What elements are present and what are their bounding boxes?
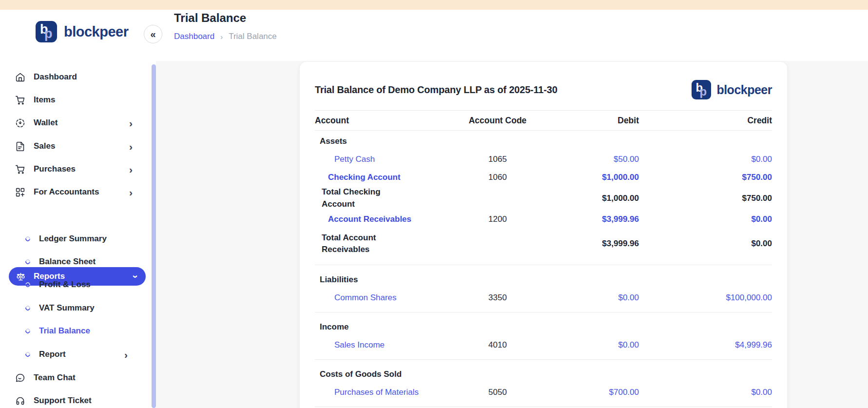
account-link[interactable]: Sales Income [315, 340, 456, 350]
bullet-icon [24, 235, 31, 242]
debit-value: $0.00 [539, 340, 639, 350]
section-label: Liabilities [315, 275, 456, 285]
home-icon [15, 72, 25, 82]
chevron-right-icon: › [129, 118, 133, 128]
subtotal-row-checking-account: Total Checking Account $1,000.00 $750.00 [315, 186, 772, 210]
grid-plus-icon [15, 187, 25, 197]
sidebar-item-label: Wallet [34, 118, 58, 128]
sidebar-item-items[interactable]: Items [0, 90, 146, 110]
sidebar-item-label: Team Chat [34, 373, 76, 383]
divider [315, 407, 772, 407]
account-code: 1060 [456, 173, 539, 182]
sidebar-item-sales[interactable]: Sales › [0, 136, 146, 156]
account-row-checking-account: Checking Account 1060 $1,000.00 $750.00 [315, 168, 772, 186]
divider [315, 312, 772, 312]
account-code: 1065 [456, 155, 539, 164]
sidebar-item-trial-balance[interactable]: Trial Balance [0, 321, 146, 341]
sidebar-subitem-label: Report [39, 350, 66, 359]
account-link[interactable]: Checking Account [315, 173, 456, 182]
bullet-icon [24, 328, 31, 334]
trial-balance-card: Trial Balance of Demo Company LLP as of … [300, 62, 787, 408]
sidebar-item-label: For Accountants [34, 187, 99, 197]
logo-letter-p: p [44, 26, 53, 41]
sidebar-item-balance-sheet[interactable]: Balance Sheet [0, 252, 146, 272]
sidebar-item-wallet[interactable]: Wallet › [0, 113, 146, 133]
table-body: Assets Petty Cash 1065 $50.00 $0.00 Chec… [315, 131, 772, 408]
sidebar-item-for-accountants[interactable]: For Accountants › [0, 182, 146, 202]
report-title: Trial Balance of Demo Company LLP as of … [315, 84, 558, 96]
sidebar-subitem-label: Balance Sheet [39, 257, 96, 267]
sidebar-item-team-chat[interactable]: Team Chat [0, 368, 146, 388]
subtotal-label: Total Checking Account [315, 186, 400, 210]
account-code: 1200 [456, 214, 539, 224]
cart-icon [15, 164, 25, 175]
debit-value: $1,000.00 [539, 194, 639, 203]
report-logo: b p blockpeer [692, 80, 772, 99]
sidebar-item-ledger-summary[interactable]: Ledger Summary [0, 229, 146, 249]
section-row-costs-of-goods-sold: Costs of Goods Sold [315, 365, 772, 383]
brand-wordmark: blockpeer [64, 24, 129, 40]
account-row-common-shares: Common Shares 3350 $0.00 $100,000.00 [315, 289, 772, 307]
sidebar-subitem-label: VAT Summary [39, 303, 95, 313]
credit-value: $100,000.00 [639, 293, 772, 303]
chevron-right-icon: › [129, 187, 133, 197]
app-logo[interactable]: b p blockpeer [36, 21, 129, 42]
account-row-petty-cash: Petty Cash 1065 $50.00 $0.00 [315, 150, 772, 168]
debit-value: $3,999.96 [539, 239, 639, 249]
breadcrumb-separator-icon: › [220, 33, 223, 41]
account-link[interactable]: Purchases of Materials [315, 388, 456, 397]
brand-wordmark: blockpeer [716, 83, 772, 97]
column-header-credit: Credit [639, 116, 772, 126]
logo-letter-p: p [699, 85, 707, 98]
section-row-assets: Assets [315, 132, 772, 150]
sidebar-collapse-button[interactable]: « [144, 25, 162, 43]
divider [315, 359, 772, 360]
sidebar-item-label: Support Ticket [34, 396, 92, 406]
page-title: Trial Balance [174, 11, 246, 25]
divider [315, 265, 772, 265]
blockpeer-logo-icon: b p [36, 21, 57, 42]
account-row-purchases-of-materials: Purchases of Materials 5050 $700.00 $0.0… [315, 383, 772, 401]
sidebar-item-vat-summary[interactable]: VAT Summary [0, 298, 146, 318]
sidebar-item-support-ticket[interactable]: Support Ticket [0, 391, 146, 408]
credit-value: $0.00 [639, 155, 772, 164]
table-header-row: Account Account Code Debit Credit [315, 110, 772, 131]
account-link[interactable]: Account Receivables [315, 214, 456, 224]
sidebar-item-label: Items [34, 95, 55, 105]
breadcrumb-dashboard-link[interactable]: Dashboard [174, 32, 214, 41]
sidebar-item-label: Sales [34, 141, 55, 151]
column-header-account-code: Account Code [456, 116, 539, 126]
subtotal-row-account-receivables: Total Account Receivables $3,999.96 $0.0… [315, 228, 772, 259]
section-label: Income [315, 322, 456, 332]
chevron-right-icon: › [129, 141, 133, 152]
account-code: 5050 [456, 388, 539, 397]
credit-value: $0.00 [639, 388, 772, 397]
account-link[interactable]: Common Shares [315, 293, 456, 303]
sidebar-item-label: Dashboard [34, 72, 77, 82]
sidebar-item-profit-loss[interactable]: Profit & Loss [0, 275, 146, 294]
chevron-right-icon: › [124, 350, 128, 360]
sidebar-item-purchases[interactable]: Purchases › [0, 159, 146, 179]
wallet-scan-icon [15, 117, 25, 128]
breadcrumb-current: Trial Balance [229, 32, 277, 41]
credit-value: $0.00 [639, 214, 772, 224]
debit-value: $700.00 [539, 388, 639, 397]
sidebar-subitem-label: Profit & Loss [39, 280, 91, 290]
debit-value: $1,000.00 [539, 173, 639, 182]
sidebar-item-report[interactable]: Report › [0, 345, 146, 364]
account-row-account-receivables: Account Receivables 1200 $3,999.96 $0.00 [315, 210, 772, 228]
credit-value: $750.00 [639, 173, 772, 182]
account-link[interactable]: Petty Cash [315, 155, 456, 164]
sidebar: Dashboard Items Wallet › Sales › Purchas… [0, 61, 156, 408]
subtotal-label: Total Account Receivables [315, 232, 400, 256]
sidebar-item-label: Purchases [34, 164, 76, 174]
breadcrumb: Dashboard › Trial Balance [174, 32, 277, 41]
sidebar-scrollbar[interactable] [152, 64, 156, 408]
headset-icon [15, 395, 25, 406]
sidebar-subitem-label: Trial Balance [39, 326, 90, 336]
bullet-icon [24, 281, 31, 288]
credit-value: $4,999.96 [639, 340, 772, 350]
account-code: 4010 [456, 340, 539, 350]
sidebar-item-dashboard[interactable]: Dashboard [0, 67, 146, 87]
sidebar-subitem-label: Ledger Summary [39, 234, 107, 244]
